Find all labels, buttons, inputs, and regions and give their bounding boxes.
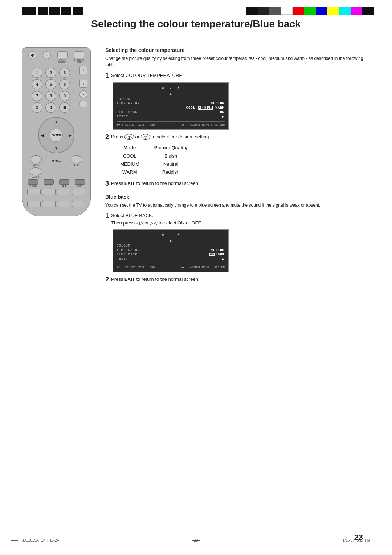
freeze-button[interactable] [28,179,38,185]
rec-button[interactable] [59,179,69,185]
bb-step1-text: Select BLUE BACK. Then press ◁▷ or ▷◁ to… [111,212,202,226]
dpad-down[interactable]: ▼ [54,146,58,150]
btn-9[interactable]: 9 [59,91,70,101]
pp-col: P→P [44,179,54,187]
menu2-value-temperature: MEDIUM [211,248,225,252]
table-row: MEDIUM Neutral [113,160,195,168]
menu2-value-reset: ▶ [222,257,225,261]
menu-row-reset: RESET ▶ [117,114,225,119]
long-btn-2[interactable] [42,189,56,195]
vol-col: + − [79,90,87,108]
menu-arrow-up: ▲ [117,92,225,96]
menu-label-temperature: TEMPERATURE [117,102,142,105]
menu2-row-temperature: TEMPERATURE MEDIUM [117,248,225,252]
vol-up-button[interactable]: + [79,90,87,98]
input-select-button[interactable] [57,51,68,58]
btn-5[interactable]: 5 [45,79,56,89]
dpad-up[interactable]: ▲ [54,120,58,124]
step2-icon1: ◁▷ [124,134,134,140]
table-row: COOL Bluish [113,152,195,160]
audio-btn-col: AUDIO [30,167,41,178]
step1-text: Select COLOUR TEMPERATURE. [111,72,184,79]
power-btn-col: ⏻ [28,51,36,63]
page-title-area: Selecting the colour temperature/Blue ba… [22,18,370,33]
menu2-bottom-left: ▲▼ : SELECT EXIT : END [117,266,155,269]
colored-buttons: FREEZE P→P ⏺⏺ SKIP [25,179,87,187]
menu2-label-colour: COLOUR [117,244,130,248]
footer-center: 23 [194,538,198,542]
step3-text: Press EXIT to return to the normal scree… [111,180,200,187]
table-row: WARM Reddish [113,168,195,176]
menu-row-options: COOL MEDIUM WARM [117,106,225,110]
long-btn-5[interactable] [27,201,41,207]
table-quality-1: Bluish [147,152,195,160]
rec-col: ⏺⏺ [59,179,69,187]
menu2-arrow-up: ▲ [117,239,225,243]
table-col1: Mode [113,143,147,152]
long-btn-6[interactable] [42,201,56,207]
corner-tr [378,7,385,14]
table-mode-1: COOL [113,152,147,160]
menu-label: MENU [33,164,39,166]
ch-down-button[interactable]: ∨ [79,80,87,88]
skip-button[interactable] [75,179,85,185]
btn-2[interactable]: 2 [45,68,56,78]
power-button[interactable]: ⏻ [28,51,36,59]
menu-value-reset: ▶ [222,115,225,119]
exit-button[interactable] [71,155,82,163]
mode-table: Mode Picture Quality COOL Bluish MEDIUM … [113,143,195,176]
menu-bottom-left-1: ▲▼ : SELECT EXIT : END [117,123,155,126]
menu2-label-blueback: BLUE BACK [117,253,138,256]
long-btn-1[interactable] [27,189,41,195]
long-btn-3[interactable] [57,189,70,195]
input-select-col: INPUTSELECT [57,51,68,63]
bb-step1-row: 1 Select BLUE BACK. Then press ◁▷ or ▷◁ … [105,212,370,226]
btn-7[interactable]: 7 [32,91,42,101]
long-btn-8[interactable] [72,201,85,207]
long-btn-4[interactable] [72,189,85,195]
ch-up-button[interactable]: ∧ [79,66,87,74]
menu-bottom-1: ▲▼ : SELECT EXIT : END ◀▶ : ADJUST MENU … [117,121,225,126]
btn-6[interactable]: 6 [59,79,70,89]
btn-star[interactable]: ⊗ [32,102,42,113]
footer-left: 30E2825A_En_P18-24 [22,538,59,542]
btn-0[interactable]: 0 [45,102,56,113]
btn-1[interactable]: 1 [32,68,42,78]
btn-3[interactable]: 3 [59,68,70,78]
color-gray [269,7,281,15]
menu-icons: ▣ ♪ ♦ [117,86,225,90]
dpad-right[interactable]: ▶ [69,133,72,137]
long-btn-7[interactable] [57,201,70,207]
skip-col: SKIP [75,179,85,187]
table-mode-3: WARM [113,168,147,176]
menu2-bottom-right: ◀▶ : ADJUST MENU : RETURN [181,266,225,269]
picture-size-button[interactable] [74,51,84,58]
menu2-row-reset: RESET ▶ [117,257,225,262]
channel-vol-col: ∧ P ∨ + − [79,66,87,108]
info-button[interactable]: i [43,51,51,59]
black-rect [22,7,36,15]
color-red [293,7,304,15]
menu-btn-col: MENU [30,155,42,166]
color-cyan [339,7,351,15]
table-mode-2: MEDIUM [113,160,147,168]
vol-down-button[interactable]: − [79,100,87,108]
table-quality-3: Reddish [147,168,195,176]
section1-heading: Selecting the colour temperature [105,47,370,53]
pp-button[interactable] [44,179,54,185]
p-label: P [79,76,87,78]
menu-button[interactable] [30,155,42,163]
btn-8[interactable]: 8 [45,91,56,101]
step1-number: 1 [105,72,109,80]
menu2-on-highlight: ON [209,253,216,256]
btn-hash[interactable]: ⊠ [59,102,70,113]
menu-value-temperature: MEDIUM [211,102,225,105]
long-buttons-row2 [27,201,85,207]
btn-4[interactable]: 4 [32,79,42,89]
audio-button[interactable] [30,167,41,175]
footer-right: 1/15/07, 8:27 PM [343,538,370,542]
page-title: Selecting the colour temperature/Blue ba… [22,18,370,33]
section2-heading: Blue back [105,194,370,200]
enter-button[interactable]: ENTER [50,129,63,142]
dpad-left[interactable]: ◀ [41,133,44,137]
